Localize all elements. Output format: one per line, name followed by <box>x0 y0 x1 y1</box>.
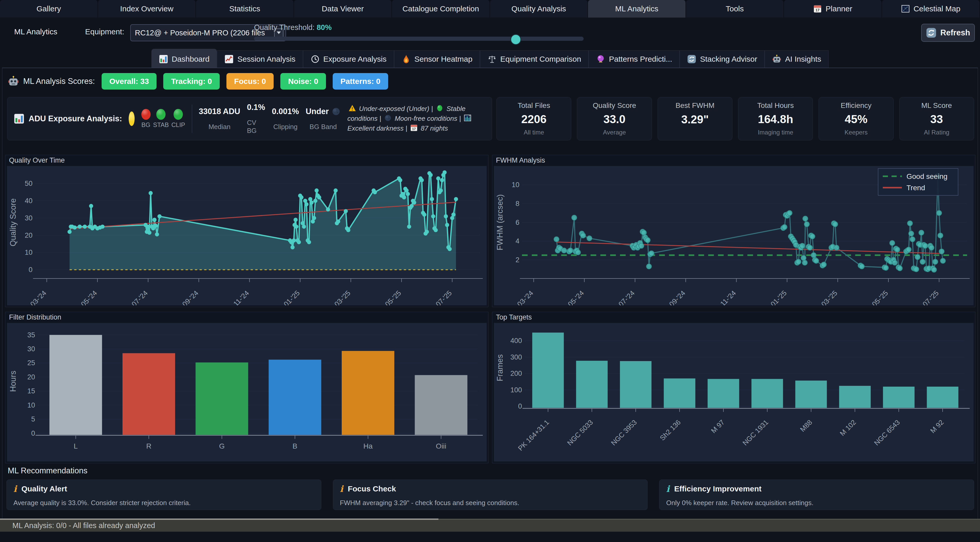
svg-text:05-'24: 05-'24 <box>566 289 585 305</box>
recommendation-text: Only 0% keeper rate. Review acquisition … <box>666 499 967 507</box>
svg-text:35: 35 <box>27 331 35 339</box>
nav-tab-label: Statistics <box>229 5 260 13</box>
refresh-blue-icon <box>687 54 696 64</box>
svg-text:20: 20 <box>25 231 32 239</box>
subtab-label: Session Analysis <box>237 55 295 64</box>
score-badge-patterns: Patterns: 0 <box>332 73 388 89</box>
svg-text:M 92: M 92 <box>929 418 945 435</box>
subtab-sensor-heatmap[interactable]: Sensor Heatmap <box>394 50 480 68</box>
subtab-equipment-comparison[interactable]: Equipment Comparison <box>480 50 589 68</box>
nav-tab-quality-analysis[interactable]: Quality Analysis <box>490 0 588 18</box>
subtab-dashboard[interactable]: Dashboard <box>151 49 217 68</box>
status-bar: ML Analysis: 0/0 - All files already ana… <box>0 519 980 532</box>
slider-thumb[interactable] <box>511 34 521 45</box>
svg-text:05-'25: 05-'25 <box>383 289 402 305</box>
svg-text:2: 2 <box>515 256 519 264</box>
svg-text:0: 0 <box>29 266 32 274</box>
svg-text:10: 10 <box>25 249 32 256</box>
adu-metric-clipping: 0.001% Clipping <box>272 107 299 131</box>
status-bar-progress <box>0 518 438 520</box>
top-nav: GalleryIndex OverviewStatisticsData View… <box>0 0 980 18</box>
svg-text:17: 17 <box>816 8 819 12</box>
subtab-ai-insights[interactable]: AI Insights <box>765 50 829 68</box>
svg-text:0: 0 <box>518 402 522 410</box>
adu-light-label: STAB <box>153 121 169 129</box>
svg-text:400: 400 <box>511 337 522 344</box>
stat-subtitle: Keepers <box>845 129 867 136</box>
stat-value: 2206 <box>521 113 546 126</box>
quality-threshold-slider[interactable] <box>254 37 584 41</box>
nav-tab-label: Catalogue Completion <box>402 5 479 13</box>
nav-tab-celestial-map[interactable]: Celestial Map <box>882 0 980 18</box>
adu-exposure-panel: ADU Exposure Analysis:BGSTABCLIP 33018 A… <box>7 97 492 140</box>
score-badge-focus: Focus: 0 <box>226 73 274 89</box>
svg-text:10: 10 <box>27 401 35 409</box>
chart-title: FWHM Analysis <box>492 155 975 166</box>
svg-text:05-'25: 05-'25 <box>870 289 889 305</box>
subtab-label: Dashboard <box>172 55 210 64</box>
svg-text:Sh2 136: Sh2 136 <box>659 418 682 442</box>
nav-tab-label: Index Overview <box>120 5 173 13</box>
moon-icon <box>331 107 340 116</box>
svg-text:05-'24: 05-'24 <box>80 289 99 305</box>
stat-card-best-fwhm: Best FWHM 3.29" <box>658 97 732 140</box>
svg-text:30: 30 <box>25 214 32 222</box>
svg-text:8: 8 <box>515 200 519 207</box>
subtab-exposure-analysis[interactable]: Exposure Analysis <box>303 50 394 68</box>
svg-text:FWHM (arcsec): FWHM (arcsec) <box>495 194 504 250</box>
svg-text:03-'24: 03-'24 <box>29 289 48 305</box>
refresh-button[interactable]: Refresh <box>921 24 975 42</box>
nav-tab-statistics[interactable]: Statistics <box>196 0 294 18</box>
stat-title: Total Files <box>518 101 550 110</box>
nav-tab-label: Tools <box>726 5 744 13</box>
city-night-icon <box>464 114 471 122</box>
crystal-ball-icon <box>596 54 605 64</box>
fwhm-analysis-chart: 24681003-'2405-'2407-'2409-'2411-'2401-'… <box>494 166 974 305</box>
subtab-patterns-predicti-[interactable]: Patterns Predicti... <box>589 50 679 68</box>
nav-tab-data-viewer[interactable]: Data Viewer <box>294 0 392 18</box>
svg-text:Hours: Hours <box>8 371 18 392</box>
equipment-select-value: RC12@ + Poseidon-M PRO (2206 files <box>131 29 265 37</box>
subtab-label: Equipment Comparison <box>500 55 581 64</box>
svg-text:07-'24: 07-'24 <box>617 289 636 305</box>
adu-metric-bg-band: Under BG Band <box>305 107 340 131</box>
recommendation-title: Focus Check <box>348 485 396 493</box>
stat-card-ml-score: ML Score 33 AI Rating <box>899 97 974 140</box>
svg-text:L: L <box>74 442 78 450</box>
nav-tab-gallery[interactable]: Gallery <box>0 0 98 18</box>
calendar-mini-icon: 17 <box>410 124 418 132</box>
flame-icon <box>401 54 411 64</box>
nav-tab-ml-analytics[interactable]: ML Analytics <box>588 0 686 18</box>
warning-icon <box>348 104 356 112</box>
subtab-label: AI Insights <box>785 55 821 64</box>
nav-tab-label: Data Viewer <box>322 5 364 13</box>
svg-text:09-'24: 09-'24 <box>181 289 200 305</box>
subtab-label: Sensor Heatmap <box>414 55 473 64</box>
subtab-label: Patterns Predicti... <box>609 55 672 64</box>
nav-tab-planner[interactable]: 17Planner <box>784 0 882 18</box>
subtab-session-analysis[interactable]: Session Analysis <box>217 50 303 68</box>
recommendation-text: FWHM averaging 3.29" - check focus and s… <box>340 499 641 507</box>
nav-tab-tools[interactable]: Tools <box>686 0 784 18</box>
svg-text:4: 4 <box>515 237 519 245</box>
svg-text:0: 0 <box>31 429 35 437</box>
nav-tab-label: ML Analytics <box>615 5 658 13</box>
svg-text:03-'25: 03-'25 <box>333 289 352 305</box>
svg-text:Quality Score: Quality Score <box>8 198 18 246</box>
svg-text:Oiii: Oiii <box>436 442 446 450</box>
recommendation-text: Average quality is 33.0%. Consider stric… <box>13 499 314 507</box>
adu-metric-cv-bg: 0.1% CV BG <box>247 103 266 135</box>
stat-card-quality-score: Quality Score 33.0 Average <box>577 97 652 140</box>
moon-icon <box>384 114 392 122</box>
svg-text:07-'25: 07-'25 <box>921 289 940 305</box>
adu-light-bg <box>141 109 151 120</box>
svg-text:15: 15 <box>27 387 35 395</box>
nav-tab-catalogue-completion[interactable]: Catalogue Completion <box>392 0 490 18</box>
adu-light-label: CLIP <box>172 121 185 129</box>
subtab-stacking-advisor[interactable]: Stacking Advisor <box>679 50 765 68</box>
chart-title: Top Targets <box>492 312 975 322</box>
nav-tab-index-overview[interactable]: Index Overview <box>98 0 196 18</box>
nav-tab-label: Gallery <box>37 5 61 13</box>
svg-text:NGC 1931: NGC 1931 <box>741 418 770 447</box>
bar-chart-icon <box>14 113 24 124</box>
